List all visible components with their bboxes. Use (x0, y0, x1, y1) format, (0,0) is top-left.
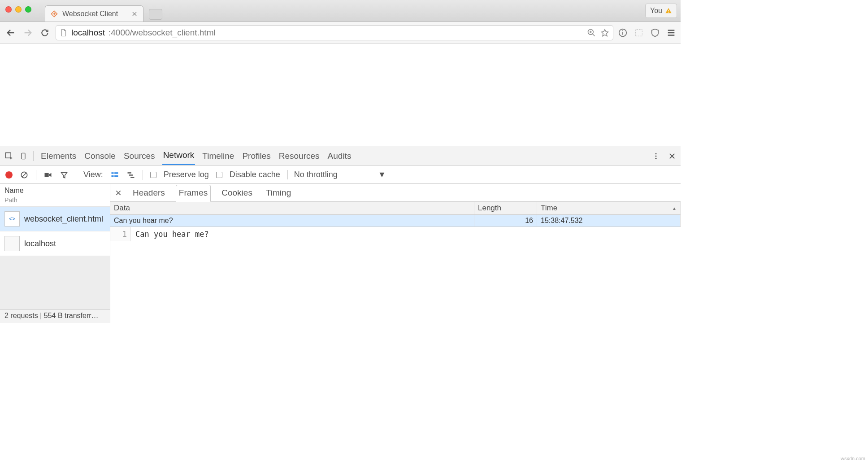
frame-data: Can you hear me? (110, 215, 474, 227)
request-row[interactable]: localhost (0, 231, 110, 256)
separator (36, 170, 36, 180)
browser-toolbar: localhost:4000/websocket_client.html (0, 22, 681, 44)
detail-tab-frames[interactable]: Frames (176, 185, 211, 202)
file-icon (60, 29, 68, 37)
network-body: Name Path <> websocket_client.html local… (0, 184, 681, 323)
back-button[interactable] (4, 26, 17, 39)
url-host: localhost (71, 28, 105, 38)
browser-tab[interactable]: Websocket Client (45, 5, 143, 22)
page-content (0, 44, 681, 146)
tab-close-icon[interactable] (131, 11, 138, 17)
detail-tab-timing[interactable]: Timing (263, 185, 294, 201)
col-time-header[interactable]: Time▲ (537, 202, 681, 214)
devtools-tab-profiles[interactable]: Profiles (241, 148, 271, 165)
device-icon[interactable] (20, 151, 27, 161)
window-titlebar: Websocket Client You (0, 0, 681, 22)
svg-point-10 (655, 155, 657, 157)
detail-tab-cookies[interactable]: Cookies (219, 185, 255, 201)
record-button[interactable] (5, 171, 13, 179)
zoom-icon[interactable] (587, 28, 596, 37)
file-blank-icon (4, 236, 20, 251)
file-html-icon: <> (4, 211, 20, 227)
line-number: 1 (110, 227, 131, 241)
kebab-icon[interactable] (652, 152, 660, 160)
forward-button[interactable] (22, 26, 34, 39)
menu-icon[interactable] (666, 28, 676, 38)
profile-button[interactable]: You (645, 4, 677, 18)
close-devtools-icon[interactable] (668, 152, 676, 160)
frames-table-row[interactable]: Can you hear me? 16 15:38:47.532 (110, 215, 681, 227)
filter-icon[interactable] (60, 170, 69, 179)
devtools-panel: Elements Console Sources Network Timelin… (0, 146, 681, 323)
svg-rect-13 (111, 172, 113, 174)
address-bar[interactable]: localhost:4000/websocket_client.html (56, 25, 613, 40)
request-detail-panel: Headers Frames Cookies Timing Data Lengt… (110, 184, 681, 323)
request-row[interactable]: <> websocket_client.html (0, 207, 110, 231)
maximize-window-button[interactable] (25, 6, 31, 13)
frames-table-header: Data Length Time▲ (110, 202, 681, 215)
favicon-icon (51, 10, 58, 17)
svg-rect-4 (622, 32, 623, 35)
detail-tabbar: Headers Frames Cookies Timing (110, 184, 681, 202)
devtools-tab-network[interactable]: Network (162, 147, 195, 165)
svg-rect-14 (114, 172, 118, 174)
devtools-tab-sources[interactable]: Sources (123, 148, 156, 165)
svg-rect-17 (127, 172, 131, 174)
preserve-log-checkbox[interactable] (150, 172, 156, 178)
request-name: localhost (24, 239, 56, 248)
clear-icon[interactable] (20, 170, 29, 179)
requests-panel: Name Path <> websocket_client.html local… (0, 184, 110, 323)
frame-content-view: 1 Can you hear me? (110, 227, 681, 241)
network-toolbar: View: Preserve log Disable cache No thro… (0, 166, 681, 184)
svg-point-11 (655, 157, 657, 159)
close-detail-icon[interactable] (115, 189, 122, 196)
url-path: :4000/websocket_client.html (108, 28, 216, 38)
minimize-window-button[interactable] (15, 6, 22, 13)
window-controls (5, 6, 31, 13)
svg-rect-16 (114, 175, 118, 176)
devtools-tab-audits[interactable]: Audits (327, 148, 352, 165)
close-window-button[interactable] (5, 6, 12, 13)
svg-point-9 (655, 153, 657, 154)
svg-rect-1 (668, 12, 668, 13)
info-icon[interactable] (618, 28, 628, 38)
tab-title: Websocket Client (62, 10, 118, 18)
frames-table: Data Length Time▲ Can you hear me? 16 15… (110, 202, 681, 227)
sort-asc-icon: ▲ (672, 206, 677, 211)
devtools-tab-console[interactable]: Console (83, 148, 117, 165)
line-content: Can you hear me? (131, 227, 213, 241)
detail-tab-headers[interactable]: Headers (130, 185, 168, 201)
svg-rect-18 (129, 174, 133, 176)
throttling-select[interactable]: No throttling ▼ (287, 170, 386, 179)
separator (143, 170, 143, 180)
profile-label: You (650, 7, 662, 15)
large-view-icon[interactable] (110, 170, 119, 179)
waterfall-view-icon[interactable] (126, 170, 135, 179)
reload-button[interactable] (39, 26, 51, 39)
inspect-icon[interactable] (4, 152, 13, 161)
devtools-tab-resources[interactable]: Resources (278, 148, 321, 165)
bookmark-star-icon[interactable] (600, 28, 609, 37)
devtools-left-icons (4, 151, 34, 161)
warning-icon (665, 7, 672, 14)
frame-length: 16 (474, 215, 537, 227)
col-length-header[interactable]: Length (474, 202, 537, 214)
svg-rect-8 (22, 153, 25, 159)
frame-time: 15:38:47.532 (537, 215, 681, 227)
extension-icons (618, 28, 676, 38)
view-label: View: (83, 170, 103, 179)
devtools-right-icons (652, 152, 676, 160)
omnibox-right (587, 28, 609, 37)
col-data-header[interactable]: Data (110, 202, 474, 214)
devtools-tab-timeline[interactable]: Timeline (201, 148, 235, 165)
camera-icon[interactable] (43, 170, 52, 179)
new-tab-button[interactable] (149, 9, 162, 20)
shield-icon[interactable] (650, 28, 660, 38)
svg-rect-15 (111, 175, 113, 176)
request-name: websocket_client.html (24, 214, 103, 224)
disable-cache-checkbox[interactable] (216, 172, 222, 178)
devtools-tab-elements[interactable]: Elements (40, 148, 77, 165)
extension-icon[interactable] (634, 28, 644, 38)
separator (76, 170, 76, 180)
requests-empty-area (0, 256, 110, 309)
